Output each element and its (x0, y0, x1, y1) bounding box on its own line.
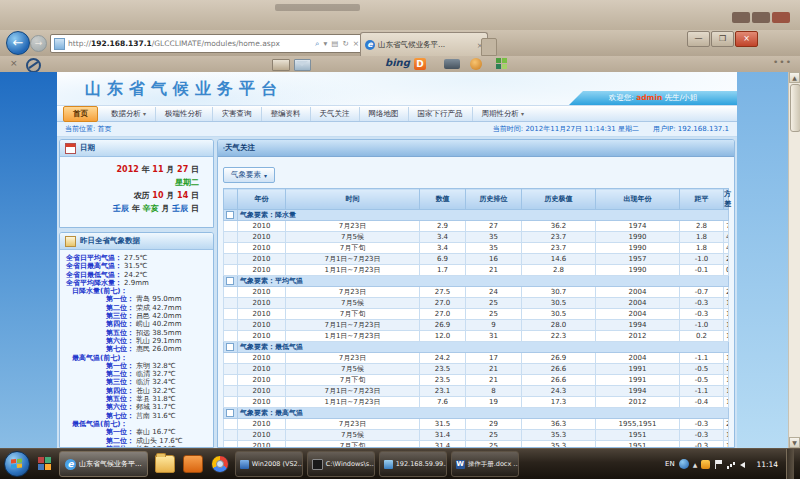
current-time-label: 当前时间: 2012年11月27日 11:14:31 星期二 (493, 124, 639, 134)
action-center-flag-icon[interactable] (714, 460, 723, 469)
user-ip-label: 用户IP: 192.168.137.1 (653, 124, 729, 134)
table-cell: 3.4 (420, 232, 466, 243)
address-dropdown-icon[interactable]: ▾ (324, 36, 328, 52)
volume-icon[interactable] (740, 460, 749, 469)
taskbar-window-button-4[interactable]: W操作手册.docx ... (451, 451, 519, 477)
back-button[interactable]: ← (6, 31, 30, 55)
explorer-folder-icon[interactable] (155, 455, 175, 473)
cards-icon[interactable] (272, 59, 290, 71)
table-cell: 7月下旬 (286, 309, 420, 320)
table-cell: 2004 (596, 287, 680, 298)
refresh-icon[interactable]: ↻ (342, 36, 348, 52)
table-cell: 1994 (596, 320, 680, 331)
maximize-button[interactable]: ❒ (711, 31, 734, 47)
stop-icon[interactable]: × (353, 36, 359, 52)
date-segment: 2012 (117, 165, 139, 174)
show-desktop-button[interactable] (786, 449, 794, 479)
start-button[interactable] (4, 451, 30, 477)
weather-line-label: 第四位： (106, 387, 134, 395)
ime-tray-icon[interactable] (679, 459, 689, 469)
taskbar-buttons: Win2008 (VS2...C:\Windows\s...192.168.59… (233, 451, 521, 477)
language-indicator[interactable]: EN (665, 460, 675, 468)
snipping-icon[interactable] (444, 59, 460, 69)
vertical-scrollbar[interactable]: ▲ ▼ (788, 72, 800, 448)
close-button[interactable]: × (735, 31, 758, 47)
toolbar-close-icon[interactable]: × (10, 58, 18, 68)
date-segment: 11 (152, 165, 163, 174)
table-cell: -1.0 (680, 320, 724, 331)
weather-focus-title: 天气关注 (225, 143, 255, 153)
table-cell: 7月23日 (286, 287, 420, 298)
security-tray-icon[interactable] (701, 460, 710, 469)
table-cell: 1990 (596, 232, 680, 243)
table-row: 20101月1日~7月23日7.61917.32012-0.41.6 (224, 397, 729, 408)
table-row: 20107月5候23.52126.61991-0.51.6 (224, 364, 729, 375)
apps-grid-icon[interactable] (496, 58, 508, 70)
group-label: 气象要素：平均气温 (238, 276, 729, 287)
table-cell: 8 (466, 386, 522, 397)
nav-item-3[interactable]: 极端性分析 (155, 107, 212, 121)
new-tab-button[interactable] (481, 38, 497, 56)
records-table: 年份时间数值历史排位历史极值出现年份距平方差 气象要素：降水量20107月23日… (223, 188, 729, 448)
taskbar-active-window[interactable]: e 山东省气候业务平... (59, 451, 148, 477)
taskbar-clock[interactable]: 11:14 (756, 460, 778, 469)
search-icon[interactable]: ⌕ (315, 36, 319, 52)
browser-app-icon[interactable] (211, 455, 229, 473)
scroll-up-arrow[interactable]: ▲ (789, 72, 800, 83)
weather-line-label: 第五位： (106, 395, 134, 403)
pinned-app-icon[interactable] (38, 457, 52, 471)
nav-item-4[interactable]: 灾害查询 (212, 107, 261, 121)
nav-item-9[interactable]: 周期性分析▾ (472, 107, 534, 121)
date-segment: 农历 (134, 191, 153, 200)
weather-line-value: 苍山 32.2℃ (136, 387, 176, 395)
group-checkbox[interactable] (226, 211, 234, 219)
group-checkbox[interactable] (226, 409, 234, 417)
forward-button[interactable]: → (30, 35, 47, 52)
table-row: 20107月1日~7月23日26.9928.01994-1.01.0 (224, 320, 729, 331)
taskbar-window-button-1[interactable]: Win2008 (VS2... (235, 451, 303, 477)
element-filter-button[interactable]: 气象要素▾ (223, 167, 275, 183)
nav-item-7[interactable]: 网络地图 (359, 107, 408, 121)
group-checkbox[interactable] (226, 277, 234, 285)
scrollbar-thumb[interactable] (790, 84, 800, 132)
table-cell: 1.6 (724, 331, 729, 342)
orange-app-icon[interactable] (183, 455, 203, 473)
compatibility-icon[interactable]: ▤ (331, 36, 338, 52)
date-segment: 壬辰 (172, 204, 188, 213)
dropdown-arrow-icon: ▾ (143, 110, 146, 117)
taskbar-window-button-3[interactable]: 192.168.59.99... (379, 451, 447, 477)
tray-expand-icon[interactable]: ▲ (693, 461, 698, 468)
table-cell: 2010 (238, 298, 286, 309)
nav-item-8[interactable]: 国家下行产品 (408, 107, 472, 121)
nav-item-2[interactable]: 数据分析▾ (102, 107, 155, 121)
table-cell: 7月下旬 (286, 441, 420, 449)
date-line: 2012 年 11 月 27 日 (60, 163, 199, 176)
weather-line: 第一位：青岛 95.0mm (60, 295, 211, 303)
address-bar[interactable]: http://192.168.137.1/GLCCLIMATE/modules/… (50, 34, 363, 53)
mail-icon[interactable] (294, 59, 311, 71)
person-icon[interactable] (470, 58, 482, 70)
taskbar-window-button-2[interactable]: C:\Windows\s... (307, 451, 375, 477)
minimize-button[interactable]: — (687, 31, 710, 47)
blocked-icon[interactable] (26, 58, 41, 73)
header-checkbox-cell (224, 189, 238, 210)
nav-item-5[interactable]: 整编资料 (261, 107, 310, 121)
report-icon (65, 236, 76, 247)
weather-line-label: 第四位： (106, 320, 134, 328)
scroll-down-arrow[interactable]: ▼ (789, 437, 800, 448)
more-options-icon[interactable]: ••• (773, 57, 792, 67)
browser-tab[interactable]: e 山东省气候业务平... × (360, 32, 488, 57)
network-icon[interactable] (727, 460, 736, 469)
table-cell: 19 (466, 397, 522, 408)
weather-line: 最高气温(前七)： (60, 354, 211, 362)
table-cell: 23.1 (420, 386, 466, 397)
nav-item-label: 极端性分析 (165, 109, 203, 118)
weather-line-label: 第二位： (106, 304, 134, 312)
nav-item-1[interactable]: 首页 (63, 106, 98, 122)
group-checkbox-cell (224, 276, 238, 287)
table-cell: 2010 (238, 419, 286, 430)
group-checkbox[interactable] (226, 343, 234, 351)
bing-logo[interactable]: bing (385, 57, 410, 68)
ime-app-icon[interactable]: D (414, 58, 426, 70)
nav-item-6[interactable]: 天气关注 (310, 107, 359, 121)
